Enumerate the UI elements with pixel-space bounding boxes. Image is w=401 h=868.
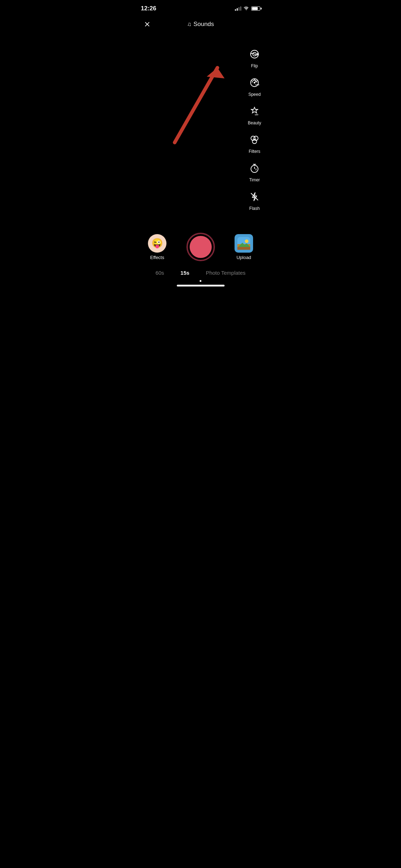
duration-tabs: 60s 15s Photo Templates — [134, 268, 267, 277]
flip-button[interactable]: Flip — [247, 46, 262, 68]
upload-button[interactable]: Upload — [235, 234, 253, 260]
record-row: 😜 Effects Upload — [134, 233, 267, 261]
home-indicator — [134, 285, 267, 289]
signal-icon — [235, 6, 241, 11]
flash-icon — [249, 191, 260, 202]
sounds-label: Sounds — [194, 21, 214, 28]
filters-icon — [249, 134, 260, 145]
svg-line-12 — [175, 68, 217, 143]
tab-15s[interactable]: 15s — [178, 268, 192, 277]
close-icon — [143, 20, 151, 28]
wifi-icon — [243, 6, 249, 11]
record-button-inner — [190, 236, 212, 258]
close-button[interactable] — [141, 18, 154, 31]
upload-icon — [235, 234, 253, 253]
record-button[interactable] — [186, 233, 215, 261]
status-time: 12:26 — [141, 5, 156, 12]
sounds-music-icon: ♫ — [187, 21, 191, 27]
right-controls: Flip OFF Speed OFF Beauty — [247, 46, 262, 211]
beauty-label: Beauty — [248, 120, 261, 125]
top-controls: ♫ Sounds — [134, 14, 267, 34]
svg-text:OFF: OFF — [255, 114, 258, 116]
timer-button[interactable]: 3 Timer — [247, 160, 262, 182]
effects-label: Effects — [150, 255, 164, 260]
speed-label: Speed — [248, 92, 261, 97]
sounds-button[interactable]: ♫ Sounds — [187, 21, 214, 28]
tab-60s[interactable]: 60s — [153, 268, 167, 277]
svg-text:OFF: OFF — [255, 84, 259, 86]
filters-button[interactable]: Filters — [247, 132, 262, 154]
effects-button[interactable]: 😜 Effects — [148, 234, 166, 260]
speed-button[interactable]: OFF Speed — [247, 75, 262, 97]
flip-label: Flip — [251, 63, 258, 68]
battery-icon — [251, 6, 260, 11]
speed-icon: OFF — [249, 77, 260, 88]
filters-label: Filters — [249, 149, 261, 154]
tab-indicator — [134, 280, 267, 282]
beauty-button[interactable]: OFF Beauty — [247, 103, 262, 125]
flash-label: Flash — [249, 206, 259, 211]
status-bar: 12:26 — [134, 0, 267, 14]
svg-rect-16 — [237, 247, 250, 250]
flash-button[interactable]: Flash — [247, 189, 262, 211]
timer-icon: 3 — [249, 163, 260, 174]
arrow-annotation — [155, 50, 233, 150]
flip-icon — [249, 49, 260, 60]
svg-point-3 — [254, 82, 255, 83]
effects-emoji: 😜 — [148, 234, 166, 253]
timer-label: Timer — [249, 177, 260, 182]
bottom-section: 😜 Effects Upload 60s 15s Ph — [134, 233, 267, 289]
upload-label: Upload — [236, 255, 251, 260]
status-icons — [235, 6, 260, 11]
svg-point-17 — [245, 239, 248, 243]
beauty-icon: OFF — [249, 106, 260, 117]
tab-photo-templates[interactable]: Photo Templates — [203, 268, 248, 277]
svg-marker-13 — [207, 68, 225, 78]
svg-text:3: 3 — [255, 168, 257, 171]
